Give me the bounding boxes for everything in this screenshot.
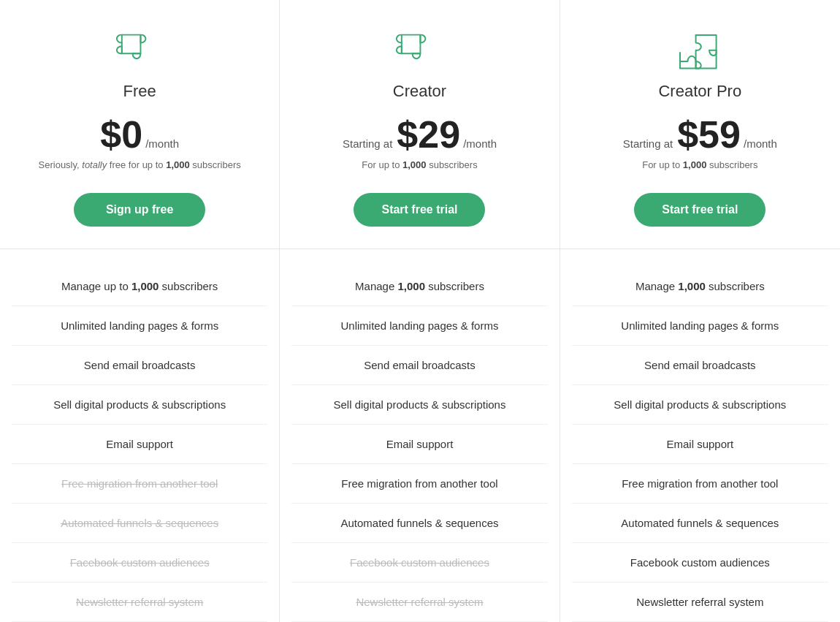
feature-item-creator-pro-7: Facebook custom audiences	[572, 543, 828, 583]
price-block-free: $0/month	[100, 115, 179, 153]
price-amount-creator: $29	[397, 115, 460, 153]
feature-item-creator-0: Manage 1,000 subscribers	[291, 267, 547, 306]
price-block-creator: Starting at$29/month	[343, 115, 497, 153]
cta-btn-creator-pro[interactable]: Start free trial	[634, 193, 765, 227]
feature-item-creator-pro-8: Newsletter referral system	[572, 583, 828, 622]
cta-btn-creator[interactable]: Start free trial	[354, 193, 485, 227]
price-period-creator-pro: /month	[744, 137, 777, 150]
plan-header-creator: CreatorStarting at$29/monthFor up to 1,0…	[280, 0, 559, 249]
plan-col-creator-pro: Creator ProStarting at$59/monthFor up to…	[560, 0, 840, 622]
features-creator: Manage 1,000 subscribersUnlimited landin…	[280, 249, 559, 623]
pricing-grid: Free$0/monthSeriously, totally free for …	[0, 0, 840, 622]
feature-item-free-8: Newsletter referral system	[12, 583, 267, 622]
plan-col-creator: CreatorStarting at$29/monthFor up to 1,0…	[280, 0, 560, 622]
feature-item-free-1: Unlimited landing pages & forms	[12, 306, 267, 346]
feature-item-creator-1: Unlimited landing pages & forms	[291, 306, 547, 346]
price-period-creator: /month	[463, 137, 497, 150]
puzzle-icon-free	[113, 26, 166, 70]
feature-item-creator-3: Sell digital products & subscriptions	[291, 385, 547, 425]
feature-item-creator-6: Automated funnels & sequences	[291, 504, 547, 543]
feature-item-free-6: Automated funnels & sequences	[12, 504, 267, 543]
feature-item-creator-pro-1: Unlimited landing pages & forms	[572, 306, 828, 346]
feature-item-creator-pro-2: Send email broadcasts	[572, 346, 828, 385]
plan-name-creator: Creator	[393, 82, 446, 101]
feature-item-free-0: Manage up to 1,000 subscribers	[12, 267, 267, 306]
price-amount-creator-pro: $59	[677, 115, 741, 153]
feature-item-creator-pro-0: Manage 1,000 subscribers	[572, 267, 828, 306]
puzzle-icon-creator	[393, 26, 446, 70]
feature-item-creator-pro-6: Automated funnels & sequences	[572, 504, 828, 543]
plan-header-free: Free$0/monthSeriously, totally free for …	[0, 0, 279, 249]
feature-item-creator-8: Newsletter referral system	[291, 583, 547, 622]
feature-item-free-2: Send email broadcasts	[12, 346, 267, 385]
price-starting-creator: Starting at	[343, 137, 392, 150]
feature-item-creator-2: Send email broadcasts	[291, 346, 547, 385]
feature-item-free-7: Facebook custom audiences	[12, 543, 267, 583]
feature-item-creator-pro-3: Sell digital products & subscriptions	[572, 385, 828, 425]
features-free: Manage up to 1,000 subscribersUnlimited …	[0, 249, 279, 623]
plan-header-creator-pro: Creator ProStarting at$59/monthFor up to…	[560, 0, 840, 249]
puzzle-icon-creator-pro	[673, 26, 726, 70]
cta-btn-free[interactable]: Sign up free	[74, 193, 205, 227]
plan-name-free: Free	[123, 82, 156, 101]
features-creator-pro: Manage 1,000 subscribersUnlimited landin…	[560, 249, 840, 623]
plan-name-creator-pro: Creator Pro	[658, 82, 741, 101]
plan-col-free: Free$0/monthSeriously, totally free for …	[0, 0, 280, 622]
price-note-creator-pro: For up to 1,000 subscribers	[642, 158, 757, 172]
feature-item-free-5: Free migration from another tool	[12, 464, 267, 504]
price-starting-creator-pro: Starting at	[623, 137, 673, 150]
feature-item-creator-pro-5: Free migration from another tool	[572, 464, 828, 504]
feature-item-free-3: Sell digital products & subscriptions	[12, 385, 267, 425]
feature-item-creator-4: Email support	[291, 425, 547, 464]
price-period-free: /month	[145, 137, 179, 150]
price-note-free: Seriously, totally free for up to 1,000 …	[39, 158, 241, 172]
feature-item-free-4: Email support	[12, 425, 267, 464]
price-block-creator-pro: Starting at$59/month	[623, 115, 777, 153]
feature-item-creator-pro-4: Email support	[572, 425, 828, 464]
price-note-creator: For up to 1,000 subscribers	[362, 158, 477, 172]
feature-item-creator-5: Free migration from another tool	[291, 464, 547, 504]
feature-item-creator-7: Facebook custom audiences	[291, 543, 547, 583]
price-amount-free: $0	[100, 115, 142, 153]
